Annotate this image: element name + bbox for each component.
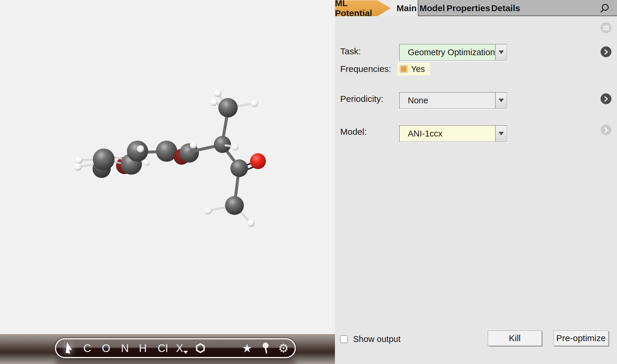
show-output-field: Show output xyxy=(340,334,400,344)
show-output-checkbox[interactable] xyxy=(340,335,348,343)
model-more-chevron-button-disabled xyxy=(601,124,611,135)
element-x-dropdown-arrow-icon[interactable] xyxy=(183,351,188,354)
star-tool-icon[interactable]: ★ xyxy=(242,339,252,357)
element-carbon-button[interactable]: C xyxy=(83,339,91,357)
task-more-chevron-button[interactable] xyxy=(601,46,611,57)
periodicity-dropdown-arrow-button[interactable] xyxy=(495,92,507,108)
show-output-label: Show output xyxy=(353,334,400,344)
tab-bar: ML Potential Main Model Properties Detai… xyxy=(335,0,617,16)
search-icon[interactable] xyxy=(599,2,611,14)
triangle-down-icon xyxy=(499,50,504,54)
tab-details[interactable]: Details xyxy=(490,0,521,16)
periodicity-more-chevron-button[interactable] xyxy=(601,93,611,104)
magnifier-icon xyxy=(599,2,611,14)
select-cursor-icon[interactable] xyxy=(65,339,74,357)
tab-properties[interactable]: Properties xyxy=(449,0,488,16)
model-dropdown[interactable]: ANI-1ccx xyxy=(399,125,507,142)
task-label: Task: xyxy=(340,46,361,56)
model-dropdown-arrow-button[interactable] xyxy=(495,126,507,141)
periodicity-dropdown[interactable]: None xyxy=(399,92,507,109)
molecule-viewer[interactable]: C O N H Cl X ★ ⚙ xyxy=(0,0,335,364)
toolbar-reflection xyxy=(55,359,296,364)
ams-input-window: C O N H Cl X ★ ⚙ xyxy=(0,0,617,364)
cursor-arrow-icon xyxy=(65,343,74,354)
frequencies-checkbox[interactable] xyxy=(400,65,408,73)
task-dropdown[interactable]: Geometry Optimization xyxy=(399,44,507,61)
frequencies-value: Yes xyxy=(411,64,425,74)
tab-main[interactable]: Main xyxy=(394,0,420,16)
periodicity-label: Periodicity: xyxy=(340,94,383,104)
hexagon-ring-icon xyxy=(195,343,206,354)
chevron-right-icon xyxy=(604,49,608,55)
periodicity-dropdown-value: None xyxy=(400,96,428,105)
settings-gear-icon[interactable]: ⚙ xyxy=(278,339,289,357)
pin-icon xyxy=(262,342,269,354)
banner-label: ML Potential xyxy=(335,0,378,18)
viewer-bottom-strip: C O N H Cl X ★ ⚙ xyxy=(0,334,335,364)
molecule-3d-render xyxy=(0,0,335,364)
model-label: Model: xyxy=(340,127,367,137)
pre-optimize-button[interactable]: Pre-optimize xyxy=(554,331,608,346)
element-oxygen-button[interactable]: O xyxy=(102,339,110,357)
triangle-down-icon xyxy=(499,132,504,135)
tab-model[interactable]: Model xyxy=(420,0,445,16)
frequencies-field: Yes xyxy=(398,63,430,75)
element-chlorine-button[interactable]: Cl xyxy=(158,339,168,357)
hamburger-icon xyxy=(603,25,609,31)
atom-builder-toolbar: C O N H Cl X ★ ⚙ xyxy=(55,338,296,358)
task-dropdown-arrow-button[interactable] xyxy=(495,44,507,60)
chevron-right-icon xyxy=(604,127,608,133)
panel-menu-icon[interactable] xyxy=(601,22,611,33)
kill-button[interactable]: Kill xyxy=(488,331,542,346)
task-dropdown-value: Geometry Optimization xyxy=(400,48,495,57)
pointer-pin-tool-icon[interactable] xyxy=(262,339,269,357)
ring-tool-button[interactable] xyxy=(195,339,206,357)
model-dropdown-value: ANI-1ccx xyxy=(400,129,442,139)
input-panel: ML Potential Main Model Properties Detai… xyxy=(335,0,617,364)
triangle-down-icon xyxy=(499,99,504,102)
chevron-right-icon xyxy=(604,96,608,102)
element-x-button[interactable]: X xyxy=(176,339,183,357)
frequencies-label: Frequencies: xyxy=(340,64,391,74)
ml-potential-banner: ML Potential xyxy=(335,0,391,16)
element-hydrogen-button[interactable]: H xyxy=(139,339,147,357)
element-nitrogen-button[interactable]: N xyxy=(121,339,129,357)
